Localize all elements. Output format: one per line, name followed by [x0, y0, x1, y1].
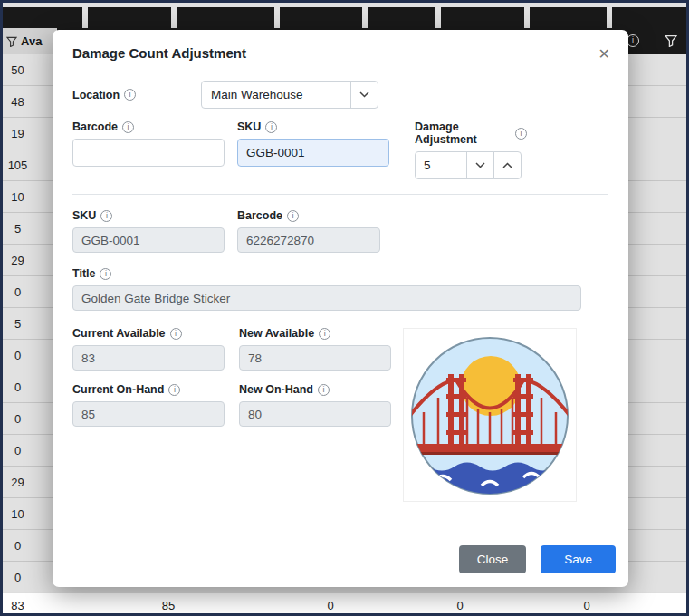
chevron-up-icon[interactable]	[493, 151, 522, 179]
location-select-value: Main Warehouse	[202, 82, 350, 108]
location-select[interactable]: Main Warehouse	[201, 81, 378, 109]
modal-body: Location i Main Warehouse Barcode i	[53, 64, 628, 501]
new-available-field	[239, 345, 391, 371]
table-cell: 0	[560, 594, 614, 616]
info-icon: i	[100, 210, 112, 222]
table-cell: 85	[146, 594, 191, 616]
modal-title: Damage Count Adjustment	[72, 45, 608, 61]
info-icon: i	[168, 384, 180, 396]
current-available-field	[72, 345, 225, 371]
info-icon: i	[318, 384, 330, 396]
info-icon: i	[265, 121, 277, 133]
grid-vline	[686, 54, 687, 613]
current-available-label: Current Available i	[72, 327, 225, 340]
title-label: Title i	[72, 267, 581, 280]
save-button[interactable]: Save	[541, 545, 616, 573]
chevron-down-icon[interactable]	[466, 151, 494, 179]
sku-input[interactable]	[237, 139, 389, 167]
info-icon: i	[287, 210, 299, 222]
damage-adjustment-label: Damage Adjustment i	[415, 120, 527, 146]
barcode-readonly-field	[237, 227, 380, 253]
barcode-readonly-label: Barcode i	[237, 209, 380, 222]
new-on-hand-field	[239, 401, 391, 427]
new-available-label: New Available i	[239, 327, 391, 340]
info-icon: i	[515, 128, 527, 140]
modal-header: Damage Count Adjustment ✕	[53, 30, 628, 64]
info-icon: i	[170, 328, 182, 340]
section-divider	[72, 194, 608, 195]
current-on-hand-field	[72, 401, 225, 427]
barcode-label: Barcode i	[72, 120, 225, 133]
damage-count-adjustment-modal: Damage Count Adjustment ✕ Location i Mai…	[53, 30, 628, 587]
chevron-down-icon[interactable]	[350, 82, 378, 108]
table-cell: 0	[303, 594, 358, 616]
info-icon: i	[124, 89, 136, 101]
close-button[interactable]: Close	[459, 545, 527, 573]
location-label: Location i	[72, 89, 201, 101]
sku-label: SKU i	[237, 120, 389, 133]
info-icon: i	[122, 121, 134, 133]
barcode-input[interactable]	[72, 139, 225, 167]
new-on-hand-label: New On-Hand i	[239, 383, 391, 396]
product-image-golden-gate-bridge-sticker	[404, 329, 576, 501]
current-on-hand-label: Current On-Hand i	[72, 383, 225, 396]
modal-footer: Close Save	[459, 545, 616, 573]
table-cell: 0	[433, 594, 487, 616]
table-cell: 83	[3, 594, 33, 616]
sku-readonly-label: SKU i	[72, 209, 225, 222]
app-window: Ava i 50 48 19 105 10 5 29 0 5 0 0 0 0 2…	[0, 0, 689, 616]
info-icon: i	[319, 328, 330, 340]
title-readonly-field	[72, 285, 581, 311]
damage-adjustment-input[interactable]	[415, 151, 467, 179]
info-icon: i	[100, 268, 111, 280]
sku-readonly-field	[72, 227, 225, 253]
close-icon[interactable]: ✕	[595, 42, 614, 66]
